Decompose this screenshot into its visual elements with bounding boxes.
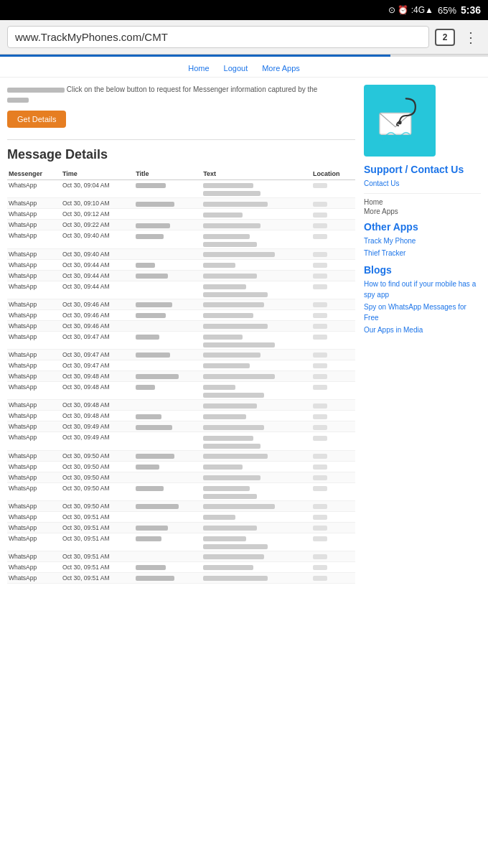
cell-title	[134, 551, 202, 562]
nav-logout[interactable]: Logout	[224, 64, 248, 73]
cell-messenger: WhatsApp	[7, 522, 61, 533]
cell-text	[202, 562, 311, 573]
cell-text	[202, 220, 311, 230]
blog-link-2[interactable]: Spy on WhatsApp Messages for Free	[364, 302, 481, 323]
tab-count-button[interactable]: 2	[435, 29, 455, 46]
table-row: WhatsApp Oct 30, 09:40 AM	[7, 230, 355, 248]
cell-title	[134, 180, 202, 198]
cell-title	[134, 209, 202, 220]
table-row: WhatsApp Oct 30, 09:51 AM	[7, 551, 355, 562]
cell-messenger: WhatsApp	[7, 350, 61, 360]
cell-text	[202, 472, 311, 482]
cell-location	[311, 461, 355, 472]
table-row: WhatsApp Oct 30, 09:47 AM	[7, 350, 355, 360]
cell-location	[311, 230, 355, 248]
browser-bar: www.TrackMyPhones.com/CMT 2 ⋮	[0, 20, 488, 55]
cell-text	[202, 281, 311, 299]
cell-text	[202, 421, 311, 432]
cell-text	[202, 533, 311, 551]
table-row: WhatsApp Oct 30, 09:44 AM	[7, 281, 355, 299]
cell-messenger: WhatsApp	[7, 309, 61, 320]
cell-messenger: WhatsApp	[7, 299, 61, 309]
cell-text	[202, 320, 311, 331]
col-text: Text	[202, 168, 311, 180]
sidebar-more-apps-link[interactable]: More Apps	[364, 207, 481, 215]
nav-more-apps[interactable]: More Apps	[262, 64, 300, 73]
cell-title	[134, 522, 202, 533]
cell-text	[202, 270, 311, 281]
cell-title	[134, 198, 202, 209]
cell-messenger: WhatsApp	[7, 270, 61, 281]
cell-title	[134, 382, 202, 400]
cell-text	[202, 551, 311, 562]
table-row: WhatsApp Oct 30, 09:50 AM	[7, 450, 355, 461]
track-my-phone-link[interactable]: Track My Phone	[364, 235, 481, 246]
table-row: WhatsApp Oct 30, 09:49 AM	[7, 432, 355, 450]
cell-text	[202, 309, 311, 320]
status-bar: ⊙ ⏰ :4G▲ 65% 5:36	[0, 0, 488, 20]
cell-location	[311, 331, 355, 349]
cell-text	[202, 482, 311, 500]
url-bar[interactable]: www.TrackMyPhones.com/CMT	[7, 26, 429, 48]
col-time: Time	[61, 168, 134, 180]
table-row: WhatsApp Oct 30, 09:51 AM	[7, 533, 355, 551]
thief-tracker-link[interactable]: Thief Tracker	[364, 248, 481, 258]
table-row: WhatsApp Oct 30, 09:50 AM	[7, 472, 355, 482]
message-table: Messenger Time Title Text Location Whats…	[7, 168, 355, 584]
cell-location	[311, 533, 355, 551]
cell-messenger: WhatsApp	[7, 450, 61, 461]
cell-title	[134, 230, 202, 248]
cell-text	[202, 350, 311, 360]
cell-location	[311, 382, 355, 400]
table-row: WhatsApp Oct 30, 09:48 AM	[7, 411, 355, 421]
cell-time: Oct 30, 09:44 AM	[61, 259, 134, 270]
cell-title	[134, 421, 202, 432]
nav-home[interactable]: Home	[188, 64, 209, 73]
cell-time: Oct 30, 09:47 AM	[61, 331, 134, 349]
sidebar: Support / Contact Us Contact Us Home Mor…	[355, 85, 481, 584]
table-row: WhatsApp Oct 30, 09:51 AM	[7, 511, 355, 522]
cell-location	[311, 209, 355, 220]
blog-link-1[interactable]: How to find out if your mobile has a spy…	[364, 279, 481, 300]
cell-time: Oct 30, 09:40 AM	[61, 248, 134, 259]
table-row: WhatsApp Oct 30, 09:51 AM	[7, 522, 355, 533]
cell-title	[134, 371, 202, 382]
cell-time: Oct 30, 09:51 AM	[61, 511, 134, 522]
cell-time: Oct 30, 09:47 AM	[61, 360, 134, 371]
cell-location	[311, 562, 355, 573]
cell-title	[134, 331, 202, 349]
cell-title	[134, 281, 202, 299]
sidebar-home-link[interactable]: Home	[364, 198, 481, 206]
table-row: WhatsApp Oct 30, 09:48 AM	[7, 400, 355, 411]
blog-link-3[interactable]: Our Apps in Media	[364, 325, 481, 335]
cell-messenger: WhatsApp	[7, 400, 61, 411]
cell-time: Oct 30, 09:22 AM	[61, 220, 134, 230]
cell-title	[134, 309, 202, 320]
cell-time: Oct 30, 09:46 AM	[61, 299, 134, 309]
table-row: WhatsApp Oct 30, 09:50 AM	[7, 461, 355, 472]
cell-text	[202, 522, 311, 533]
message-details-title: Message Details	[7, 147, 355, 162]
sidebar-image	[364, 85, 436, 157]
cell-title	[134, 432, 202, 450]
cell-time: Oct 30, 09:48 AM	[61, 411, 134, 421]
cell-text	[202, 371, 311, 382]
get-details-button[interactable]: Get Details	[7, 111, 66, 128]
cell-title	[134, 248, 202, 259]
browser-menu-button[interactable]: ⋮	[461, 29, 481, 46]
table-row: WhatsApp Oct 30, 09:46 AM	[7, 320, 355, 331]
cell-time: Oct 30, 09:50 AM	[61, 450, 134, 461]
cell-title	[134, 299, 202, 309]
cell-messenger: WhatsApp	[7, 551, 61, 562]
cell-time: Oct 30, 09:48 AM	[61, 400, 134, 411]
cell-time: Oct 30, 09:46 AM	[61, 309, 134, 320]
content-area: Click on the below button to request for…	[7, 85, 355, 584]
cell-location	[311, 270, 355, 281]
cell-text	[202, 500, 311, 511]
cell-messenger: WhatsApp	[7, 472, 61, 482]
table-row: WhatsApp Oct 30, 09:48 AM	[7, 371, 355, 382]
cell-messenger: WhatsApp	[7, 421, 61, 432]
cell-text	[202, 230, 311, 248]
contact-us-link[interactable]: Contact Us	[364, 178, 481, 189]
cell-title	[134, 259, 202, 270]
